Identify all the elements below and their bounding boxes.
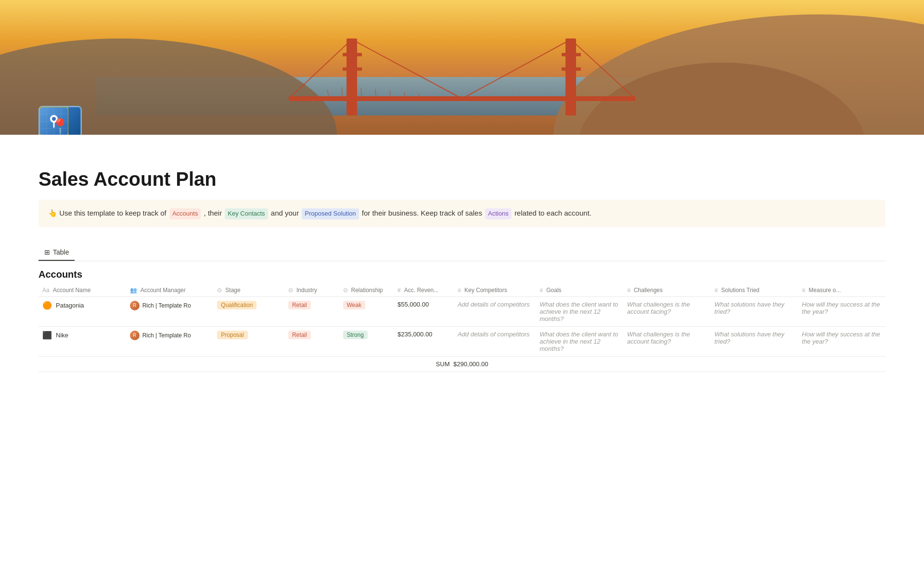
cell-competitors: Add details of competitors — [454, 326, 536, 356]
measure-placeholder: How will they success at the the year? — [802, 301, 880, 315]
cell-solutions: What solutions have they tried? — [711, 326, 798, 356]
hash-icon: # — [398, 287, 401, 294]
sum-label: SUM — [436, 360, 450, 368]
cell-relationship: Strong — [339, 326, 394, 356]
view-tabs: ⊞ Table — [38, 244, 886, 261]
cell-measure: How will they success at the the year? — [798, 326, 886, 356]
svg-point-32 — [52, 117, 56, 121]
stage-badge: Proposal — [217, 331, 247, 339]
tab-table[interactable]: ⊞ Table — [38, 244, 75, 261]
lines-icon-goals: ≡ — [539, 287, 543, 294]
industry-badge: Retail — [288, 331, 311, 339]
circle-icon-stage: ⊙ — [217, 287, 222, 294]
svg-rect-21 — [343, 67, 362, 71]
stage-badge: Qualification — [217, 301, 257, 309]
account-emoji: ⬛ — [42, 331, 52, 340]
cell-goals: What does the client want to achieve in … — [536, 296, 623, 326]
cell-manager: R Rich | Template Ro — [126, 296, 214, 326]
account-name-text: Patagonia — [56, 302, 84, 309]
goals-placeholder: What does the client want to achieve in … — [539, 301, 618, 322]
table-row[interactable]: 🟠 Patagonia R Rich | Template Ro Qualifi… — [38, 296, 886, 326]
cell-measure: How will they success at the the year? — [798, 296, 886, 326]
competitors-placeholder: Add details of competitors — [458, 301, 530, 308]
people-icon: 👥 — [130, 287, 137, 294]
sum-row: SUM $290,000.00 — [38, 356, 886, 372]
th-account-name: Aa Account Name — [38, 284, 126, 297]
competitors-placeholder: Add details of competitors — [458, 331, 530, 338]
table-icon: ⊞ — [44, 248, 50, 256]
section-title: Accounts — [38, 269, 886, 280]
tab-table-label: Table — [53, 248, 69, 256]
content-area: Sales Account Plan 👆 Use this template t… — [0, 135, 924, 391]
cell-challenges: What challenges is the account facing? — [623, 296, 711, 326]
cell-competitors: Add details of competitors — [454, 296, 536, 326]
svg-rect-6 — [565, 38, 576, 115]
th-revenue: # Acc. Reven... — [394, 284, 454, 297]
callout-text1: Use this template to keep track of — [59, 209, 167, 217]
cell-revenue: $235,000.00 — [394, 326, 454, 356]
callout-text2: , their — [204, 209, 222, 217]
cell-industry: Retail — [284, 296, 339, 326]
tag-actions: Actions — [485, 208, 512, 219]
svg-rect-20 — [343, 53, 362, 56]
industry-badge: Retail — [288, 301, 311, 309]
aa-icon: Aa — [42, 287, 50, 294]
relationship-badge: Strong — [343, 331, 368, 339]
callout-emoji: 👆 — [48, 209, 57, 217]
page-icon — [38, 106, 82, 135]
th-solutions: ≡ Solutions Tried — [711, 284, 798, 297]
cell-challenges: What challenges is the account facing? — [623, 326, 711, 356]
cell-stage: Proposal — [213, 326, 284, 356]
sum-value: $290,000.00 — [453, 360, 488, 368]
th-competitors: ≡ Key Competitors — [454, 284, 536, 297]
account-emoji: 🟠 — [42, 301, 52, 310]
th-stage: ⊙ Stage — [213, 284, 284, 297]
callout-text4: for their business. Keep track of sales — [362, 209, 482, 217]
th-challenges: ≡ Challenges — [623, 284, 711, 297]
callout-text5: related to each account. — [514, 209, 591, 217]
th-industry: ⊙ Industry — [284, 284, 339, 297]
tag-contacts: Key Contacts — [225, 208, 268, 219]
solutions-placeholder: What solutions have they tried? — [715, 301, 784, 315]
measure-placeholder: How will they success at the the year? — [802, 331, 880, 345]
cell-relationship: Weak — [339, 296, 394, 326]
solutions-placeholder: What solutions have they tried? — [715, 331, 784, 345]
account-name-text: Nike — [56, 332, 68, 339]
table-row[interactable]: ⬛ Nike R Rich | Template Ro ProposalReta… — [38, 326, 886, 356]
svg-point-31 — [50, 115, 58, 123]
accounts-table: Aa Account Name 👥 Account Manager ⊙ Stag… — [38, 284, 886, 372]
lines-icon-meas: ≡ — [802, 287, 805, 294]
th-goals: ≡ Goals — [536, 284, 623, 297]
manager-name: Rich | Template Ro — [142, 302, 191, 309]
info-callout: 👆 Use this template to keep track of Acc… — [38, 200, 886, 227]
hero-banner — [0, 0, 924, 135]
cell-revenue: $55,000.00 — [394, 296, 454, 326]
th-account-manager: 👥 Account Manager — [126, 284, 214, 297]
goals-placeholder: What does the client want to achieve in … — [539, 331, 618, 352]
manager-name: Rich | Template Ro — [142, 332, 191, 339]
cell-industry: Retail — [284, 326, 339, 356]
th-measure: ≡ Measure o... — [798, 284, 886, 297]
th-relationship: ⊙ Relationship — [339, 284, 394, 297]
table-header-row: Aa Account Name 👥 Account Manager ⊙ Stag… — [38, 284, 886, 297]
lines-icon-chal: ≡ — [627, 287, 630, 294]
challenges-placeholder: What challenges is the account facing? — [627, 301, 690, 315]
circle-icon-ind: ⊙ — [288, 287, 293, 294]
tag-solution: Proposed Solution — [302, 208, 359, 219]
svg-rect-22 — [562, 53, 581, 56]
tag-accounts: Accounts — [169, 208, 201, 219]
svg-rect-23 — [562, 67, 581, 71]
cell-name: ⬛ Nike — [38, 326, 126, 356]
lines-icon-comp: ≡ — [458, 287, 461, 294]
svg-rect-5 — [346, 38, 357, 115]
cell-stage: Qualification — [213, 296, 284, 326]
lines-icon-sol: ≡ — [715, 287, 718, 294]
relationship-badge: Weak — [343, 301, 365, 309]
cell-solutions: What solutions have they tried? — [711, 296, 798, 326]
manager-avatar: R — [130, 331, 140, 340]
cell-name: 🟠 Patagonia — [38, 296, 126, 326]
callout-text3: and your — [271, 209, 299, 217]
cell-manager: R Rich | Template Ro — [126, 326, 214, 356]
page-title: Sales Account Plan — [38, 168, 886, 190]
manager-avatar: R — [130, 301, 140, 310]
